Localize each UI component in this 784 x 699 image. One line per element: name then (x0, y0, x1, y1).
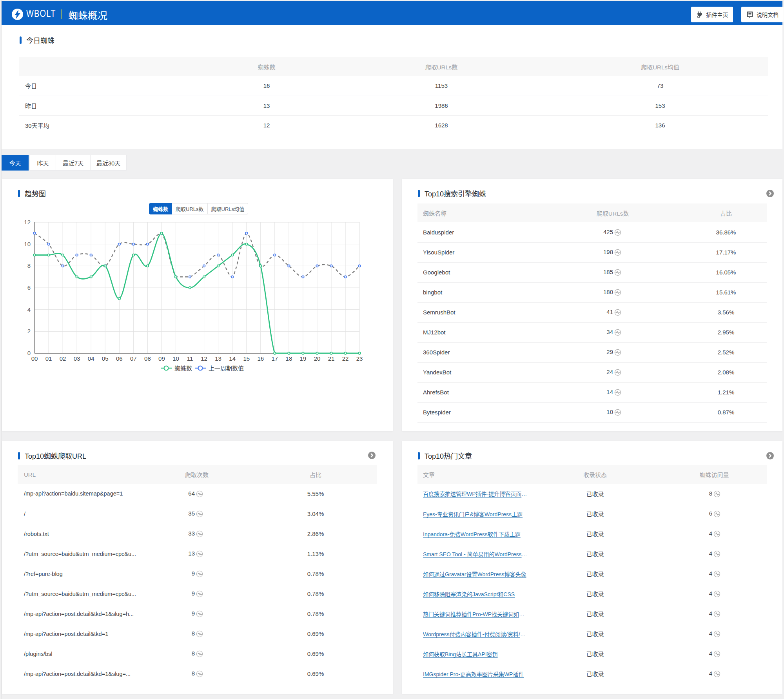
svg-text:6: 6 (27, 284, 31, 291)
svg-text:上一周期数值: 上一周期数值 (209, 365, 244, 372)
svg-text:20: 20 (314, 355, 321, 362)
svg-text:23: 23 (356, 355, 363, 362)
svg-text:03: 03 (74, 355, 80, 362)
svg-text:19: 19 (300, 355, 307, 362)
svg-text:06: 06 (116, 355, 123, 362)
svg-text:07: 07 (130, 355, 137, 362)
svg-text:08: 08 (144, 355, 151, 362)
svg-text:04: 04 (88, 355, 94, 362)
svg-text:2: 2 (27, 328, 31, 334)
svg-text:18: 18 (286, 355, 292, 362)
svg-text:蜘蛛数: 蜘蛛数 (174, 365, 192, 372)
svg-text:4: 4 (27, 306, 31, 313)
svg-text:13: 13 (215, 355, 221, 362)
svg-text:14: 14 (229, 355, 236, 362)
svg-text:01: 01 (45, 355, 52, 362)
svg-text:05: 05 (102, 355, 109, 362)
svg-text:15: 15 (243, 355, 250, 362)
svg-text:8: 8 (27, 262, 31, 269)
svg-text:12: 12 (24, 219, 31, 225)
svg-text:10: 10 (24, 241, 31, 247)
svg-text:09: 09 (158, 355, 165, 362)
svg-text:02: 02 (60, 355, 66, 362)
svg-text:12: 12 (201, 355, 207, 362)
svg-text:17: 17 (271, 355, 278, 362)
svg-text:11: 11 (187, 355, 193, 362)
svg-text:16: 16 (257, 355, 264, 362)
svg-text:21: 21 (328, 355, 335, 362)
svg-text:0: 0 (27, 350, 31, 356)
svg-text:00: 00 (31, 355, 38, 362)
svg-text:10: 10 (172, 355, 179, 362)
svg-text:22: 22 (342, 355, 349, 362)
